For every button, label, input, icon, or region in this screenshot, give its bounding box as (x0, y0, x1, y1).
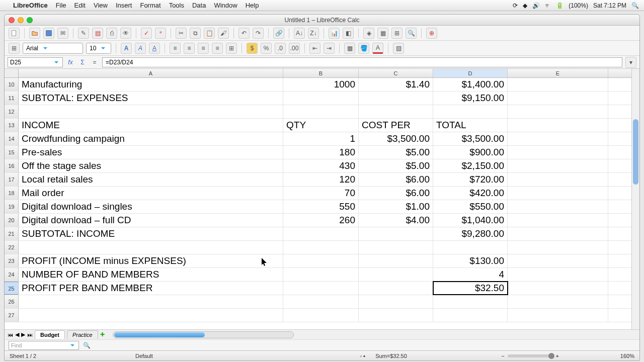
edit-mode-button[interactable]: ✎ (78, 28, 89, 39)
sheet-tab-practice[interactable]: Practice (67, 330, 98, 339)
cell-a18[interactable]: Mail order (19, 187, 283, 200)
equals-icon[interactable]: = (90, 58, 99, 67)
add-decimal-button[interactable]: .0 (275, 43, 286, 54)
cell-e11[interactable] (508, 92, 608, 105)
font-color-button[interactable]: A (372, 43, 383, 54)
status-sum[interactable]: Sum=$32.50 (375, 353, 501, 359)
cell-b21[interactable] (283, 227, 359, 240)
add-sheet-icon[interactable]: ✚ (100, 331, 105, 338)
increase-indent-button[interactable]: ⇥ (324, 43, 335, 54)
help-button[interactable]: ⊕ (426, 28, 437, 39)
menu-file[interactable]: File (56, 2, 66, 9)
align-right-button[interactable]: ≡ (198, 43, 209, 54)
show-draw-button[interactable]: ◧ (343, 28, 354, 39)
spellcheck-button[interactable]: ✓ (141, 28, 152, 39)
cell-b25[interactable] (283, 282, 359, 295)
cell-a11[interactable]: SUBTOTAL: EXPENSES (19, 92, 283, 105)
cell-b22[interactable] (283, 241, 359, 254)
row-header[interactable]: 25 (5, 282, 19, 295)
cell-c21[interactable] (359, 227, 433, 240)
sum-icon[interactable]: Σ (78, 58, 87, 67)
row-header[interactable]: 15 (5, 146, 19, 159)
menu-help[interactable]: Help (246, 2, 259, 9)
underline-button[interactable]: A (149, 43, 160, 54)
minimize-window-button[interactable] (18, 17, 24, 23)
cell-b23[interactable] (283, 254, 359, 267)
row-header[interactable]: 10 (5, 78, 19, 91)
cell-e22[interactable] (508, 241, 608, 254)
cell-d25[interactable]: $32.50 (433, 282, 508, 295)
bold-button[interactable]: A (121, 43, 132, 54)
wifi-icon[interactable]: ᯤ (545, 2, 551, 9)
col-header-a[interactable]: A (19, 69, 283, 77)
select-all-corner[interactable] (5, 69, 19, 77)
vertical-scrollbar[interactable] (631, 69, 639, 329)
hyperlink-button[interactable]: 🔗 (273, 28, 284, 39)
cell-a13[interactable]: INCOME (19, 119, 283, 132)
percent-button[interactable]: % (261, 43, 272, 54)
row-header[interactable]: 21 (5, 227, 19, 240)
cell-c26[interactable] (359, 295, 433, 308)
cell-b20[interactable]: 260 (283, 214, 359, 227)
redo-button[interactable]: ↷ (253, 28, 264, 39)
cell-a26[interactable] (19, 295, 283, 308)
cell-b18[interactable]: 70 (283, 187, 359, 200)
cell-e14[interactable] (508, 132, 608, 145)
row-header[interactable]: 26 (5, 295, 19, 308)
menu-edit[interactable]: Edit (74, 2, 86, 9)
col-header-e[interactable]: E (508, 69, 608, 77)
paste-button[interactable]: 📋 (204, 28, 215, 39)
currency-button[interactable]: $ (247, 43, 258, 54)
print-preview-button[interactable]: 👁 (120, 28, 131, 39)
background-color-button[interactable]: 🪣 (358, 43, 369, 54)
row-header[interactable]: 16 (5, 159, 19, 172)
cell-b17[interactable]: 120 (283, 173, 359, 186)
col-header-d[interactable]: D (433, 69, 508, 77)
cell-a23[interactable]: PROFIT (INCOME minus EXPENSES) (19, 254, 283, 267)
cell-c20[interactable]: $4.00 (359, 214, 433, 227)
expand-formula-bar-button[interactable]: ▾ (625, 57, 636, 68)
cell-b16[interactable]: 430 (283, 159, 359, 172)
cell-e24[interactable] (508, 268, 608, 281)
cell-a19[interactable]: Digital download – singles (19, 200, 283, 213)
cell-e19[interactable] (508, 200, 608, 213)
remove-decimal-button[interactable]: .00 (289, 43, 300, 54)
export-pdf-button[interactable]: ▤ (92, 28, 103, 39)
styles-button[interactable]: ⊞ (9, 43, 20, 54)
cell-b11[interactable] (283, 92, 359, 105)
battery-icon[interactable]: 🔋 (556, 2, 564, 9)
cell-e12[interactable] (508, 105, 608, 118)
menu-data[interactable]: Data (192, 2, 206, 9)
row-header[interactable]: 14 (5, 132, 19, 145)
cell-e18[interactable] (508, 187, 608, 200)
row-header[interactable]: 19 (5, 200, 19, 213)
print-button[interactable]: ⎙ (106, 28, 117, 39)
autospell-button[interactable]: ᵃ (155, 28, 166, 39)
vertical-scroll-thumb[interactable] (633, 119, 638, 185)
cell-d15[interactable]: $900.00 (433, 146, 508, 159)
horizontal-scrollbar[interactable] (113, 331, 294, 338)
formula-input[interactable]: =D23/D24 (102, 57, 622, 67)
cell-c18[interactable]: $6.00 (359, 187, 433, 200)
cell-c11[interactable] (359, 92, 433, 105)
new-doc-button[interactable] (9, 28, 20, 39)
cell-d26[interactable] (433, 295, 508, 308)
cell-a14[interactable]: Crowdfunding campaign (19, 132, 283, 145)
cell-c13[interactable]: COST PER (359, 119, 433, 132)
cell-a21[interactable]: SUBTOTAL: INCOME (19, 227, 283, 240)
cell-c24[interactable] (359, 268, 433, 281)
cell-a12[interactable] (19, 105, 283, 118)
cell-c15[interactable]: $5.00 (359, 146, 433, 159)
font-name-select[interactable]: Arial (23, 43, 83, 54)
cell-e17[interactable] (508, 173, 608, 186)
cell-d24[interactable]: 4 (433, 268, 508, 281)
cell-a10[interactable]: Manufacturing (19, 78, 283, 91)
cell-b15[interactable]: 180 (283, 146, 359, 159)
cell-reference-box[interactable]: D25 (8, 57, 63, 67)
menu-insert[interactable]: Insert (116, 2, 132, 9)
cell-c25[interactable] (359, 282, 433, 295)
app-name[interactable]: LibreOffice (13, 2, 48, 9)
col-header-b[interactable]: B (283, 69, 359, 77)
cell-d21[interactable]: $9,280.00 (433, 227, 508, 240)
cell-e13[interactable] (508, 119, 608, 132)
